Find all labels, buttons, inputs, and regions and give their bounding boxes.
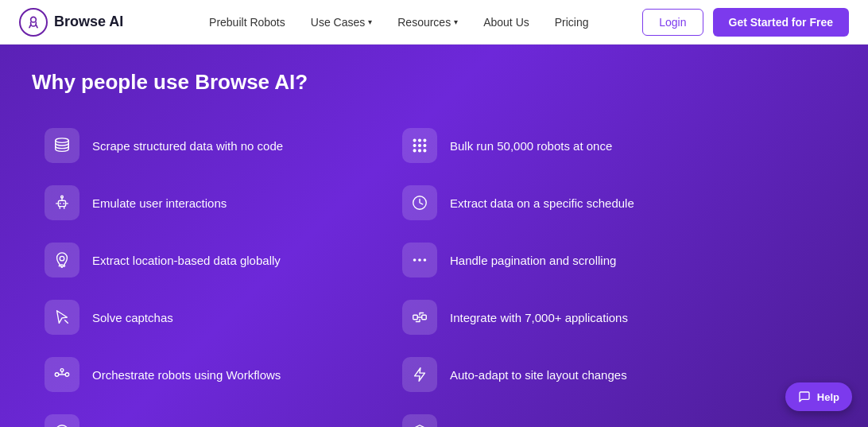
dots-icon bbox=[411, 251, 428, 269]
workflow-icon bbox=[53, 366, 71, 383]
svg-point-27 bbox=[424, 258, 427, 262]
graduation-icon bbox=[411, 423, 428, 427]
feature-item-start-free: Start for free, pay as you grow bbox=[32, 403, 389, 427]
integrate-icon bbox=[411, 309, 428, 326]
auto-adapt-icon-box bbox=[402, 357, 437, 392]
chevron-down-icon: ▾ bbox=[368, 17, 372, 26]
help-button[interactable]: Help bbox=[785, 382, 852, 411]
svg-point-5 bbox=[419, 139, 421, 142]
logo-text: Browse AI bbox=[54, 14, 123, 30]
svg-point-9 bbox=[424, 145, 426, 147]
svg-line-1 bbox=[29, 25, 31, 27]
feature-item-emulate: Emulate user interactions bbox=[32, 174, 389, 231]
chevron-down-icon: ▾ bbox=[454, 17, 458, 26]
svg-point-23 bbox=[60, 256, 64, 261]
features-grid: Scrape structured data with no code Bulk… bbox=[32, 117, 747, 427]
orchestrate-label: Orchestrate robots using Workflows bbox=[92, 368, 281, 382]
svg-point-14 bbox=[60, 203, 61, 204]
svg-point-8 bbox=[419, 145, 421, 147]
svg-rect-13 bbox=[58, 200, 65, 206]
feature-item-auto-adapt: Auto-adapt to site layout changes bbox=[389, 346, 747, 403]
location-icon bbox=[53, 251, 71, 269]
svg-line-28 bbox=[65, 320, 68, 324]
location-label: Extract location-based data globally bbox=[92, 254, 281, 267]
svg-line-2 bbox=[36, 25, 37, 27]
feature-item-bulk: Bulk run 50,000 robots at once bbox=[389, 117, 747, 174]
captcha-label: Solve captchas bbox=[92, 311, 173, 324]
scrape-label: Scrape structured data with no code bbox=[92, 139, 283, 153]
dollar-icon bbox=[53, 423, 71, 427]
svg-rect-29 bbox=[413, 315, 418, 320]
feature-item-integrate: Integrate with 7,000+ applications bbox=[389, 289, 747, 346]
svg-point-10 bbox=[413, 149, 416, 152]
navbar-actions: Login Get Started for Free bbox=[642, 8, 849, 37]
svg-point-4 bbox=[413, 139, 416, 142]
nav-use-cases[interactable]: Use Cases ▾ bbox=[311, 16, 372, 29]
scrape-icon-box bbox=[45, 128, 79, 163]
login-button[interactable]: Login bbox=[642, 9, 703, 36]
bulk-label: Bulk run 50,000 robots at once bbox=[450, 139, 612, 153]
feature-item-learn: Learn in 5 minutes bbox=[389, 403, 747, 427]
svg-point-3 bbox=[56, 138, 69, 143]
feature-item-orchestrate: Orchestrate robots using Workflows bbox=[32, 346, 389, 403]
logo-icon bbox=[19, 8, 48, 37]
integrate-icon-box bbox=[402, 300, 437, 335]
clock-icon bbox=[411, 194, 428, 212]
navbar: Browse AI Prebuilt Robots Use Cases ▾ Re… bbox=[0, 0, 868, 45]
main-content: Why people use Browse AI? Scrape structu… bbox=[0, 45, 868, 427]
nav-about-us[interactable]: About Us bbox=[483, 16, 529, 29]
svg-point-26 bbox=[418, 258, 421, 262]
grid-icon bbox=[411, 137, 428, 154]
nav-prebuilt-robots[interactable]: Prebuilt Robots bbox=[209, 16, 285, 29]
svg-point-17 bbox=[61, 196, 64, 198]
pagination-label: Handle pagination and scrolling bbox=[450, 254, 616, 267]
auto-adapt-label: Auto-adapt to site layout changes bbox=[450, 368, 627, 382]
learn-icon-box bbox=[402, 414, 437, 427]
get-started-button[interactable]: Get Started for Free bbox=[713, 8, 849, 37]
lightning-icon bbox=[411, 366, 428, 383]
nav-links: Prebuilt Robots Use Cases ▾ Resources ▾ … bbox=[155, 16, 642, 29]
svg-point-24 bbox=[59, 265, 64, 267]
captcha-icon-box bbox=[45, 300, 79, 335]
svg-point-11 bbox=[419, 149, 421, 152]
logo[interactable]: Browse AI bbox=[19, 8, 123, 37]
svg-point-12 bbox=[424, 149, 426, 152]
feature-item-scrape: Scrape structured data with no code bbox=[32, 117, 389, 174]
database-icon bbox=[53, 137, 71, 154]
integrate-label: Integrate with 7,000+ applications bbox=[450, 311, 628, 324]
feature-item-schedule: Extract data on a specific schedule bbox=[389, 174, 747, 231]
orchestrate-icon-box bbox=[45, 357, 79, 392]
svg-point-0 bbox=[31, 17, 37, 22]
svg-point-7 bbox=[413, 145, 416, 147]
help-label: Help bbox=[817, 391, 839, 403]
pagination-icon-box bbox=[402, 243, 437, 278]
svg-rect-30 bbox=[422, 315, 427, 320]
emulate-icon-box bbox=[45, 185, 79, 220]
cursor-icon bbox=[53, 309, 71, 326]
svg-point-6 bbox=[424, 139, 426, 142]
section-title: Why people use Browse AI? bbox=[32, 70, 836, 95]
schedule-icon-box bbox=[402, 185, 437, 220]
feature-item-location: Extract location-based data globally bbox=[32, 231, 389, 289]
svg-point-25 bbox=[413, 258, 417, 262]
robot-icon bbox=[53, 194, 71, 212]
feature-item-captcha: Solve captchas bbox=[32, 289, 389, 346]
nav-resources[interactable]: Resources ▾ bbox=[397, 16, 458, 29]
chat-icon bbox=[798, 390, 811, 403]
bulk-icon-box bbox=[402, 128, 437, 163]
schedule-label: Extract data on a specific schedule bbox=[450, 196, 634, 210]
nav-pricing[interactable]: Pricing bbox=[555, 16, 589, 29]
emulate-label: Emulate user interactions bbox=[92, 196, 227, 210]
start-free-icon-box bbox=[45, 414, 79, 427]
location-icon-box bbox=[45, 243, 79, 278]
feature-item-pagination: Handle pagination and scrolling bbox=[389, 231, 747, 289]
svg-point-15 bbox=[63, 203, 64, 204]
